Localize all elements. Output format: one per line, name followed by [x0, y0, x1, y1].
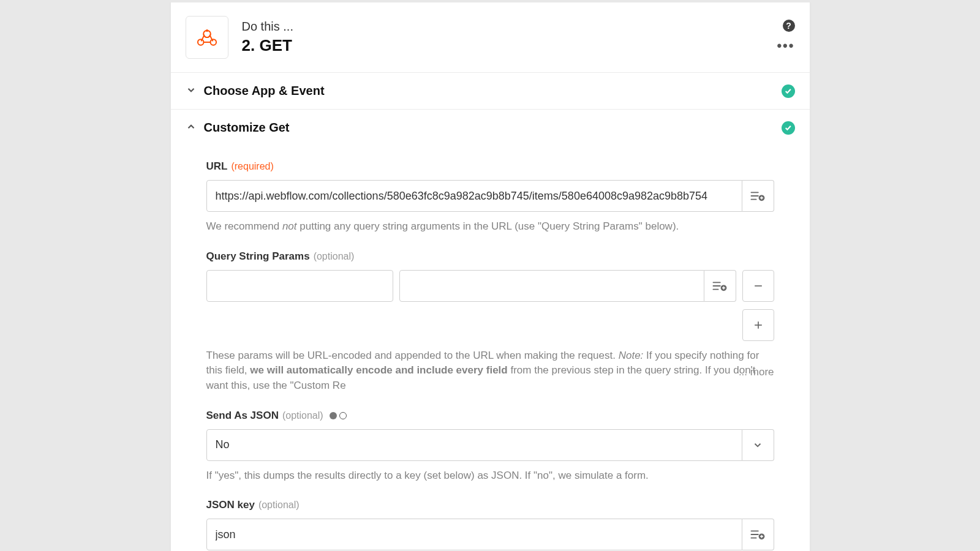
more-menu-icon[interactable]: ••• — [777, 43, 794, 49]
insert-data-button[interactable] — [742, 519, 774, 550]
dropdown-caret[interactable] — [742, 429, 774, 461]
svg-point-2 — [206, 29, 208, 32]
svg-point-0 — [197, 39, 203, 45]
qsp-key-input[interactable] — [206, 270, 393, 302]
svg-point-1 — [210, 39, 216, 45]
qsp-value-input[interactable] — [399, 270, 704, 302]
section-choose-app-event[interactable]: Choose App & Event — [171, 73, 810, 110]
app-icon — [186, 16, 228, 59]
step-titles: Do this ... 2. GET — [242, 20, 795, 55]
section-title: Customize Get — [204, 121, 782, 135]
insert-data-button[interactable] — [704, 270, 736, 302]
step-title: 2. GET — [242, 36, 795, 55]
status-complete-icon — [782, 121, 795, 135]
json-key-input[interactable] — [206, 519, 742, 550]
query-string-params-field: Query String Params (optional) — [206, 250, 774, 394]
url-field: URL (required) — [206, 160, 774, 234]
remove-row-button[interactable] — [742, 270, 774, 302]
send-json-helper: If "yes", this dumps the results directl… — [206, 468, 774, 484]
required-badge: (required) — [231, 161, 273, 172]
qsp-helper: These params will be URL-encoded and app… — [206, 348, 774, 394]
section-title: Choose App & Event — [204, 84, 782, 98]
url-input[interactable] — [206, 180, 742, 212]
qsp-label: Query String Params (optional) — [206, 250, 774, 263]
help-icon[interactable]: ? — [783, 20, 795, 32]
customize-body: URL (required) — [171, 146, 810, 551]
label-text: JSON key — [206, 499, 255, 511]
label-text: Query String Params — [206, 250, 310, 263]
label-text: Send As JSON — [206, 410, 279, 422]
qsp-row — [206, 270, 774, 302]
add-row-button[interactable] — [742, 309, 774, 341]
webhooks-icon — [195, 26, 219, 49]
optional-badge: (optional) — [314, 251, 355, 262]
boolean-indicator-icon — [330, 412, 347, 419]
json-key-field: JSON key (optional) — [206, 499, 774, 550]
send-json-label: Send As JSON (optional) — [206, 410, 774, 422]
url-helper: We recommend not putting any query strin… — [206, 219, 774, 234]
label-text: URL — [206, 160, 228, 173]
plus-icon — [752, 319, 764, 331]
insert-data-button[interactable] — [742, 180, 774, 212]
json-key-label: JSON key (optional) — [206, 499, 774, 511]
minus-icon — [752, 280, 764, 292]
send-json-select[interactable]: No — [206, 429, 742, 461]
insert-field-icon — [750, 528, 766, 541]
chevron-down-icon — [752, 440, 763, 451]
chevron-up-icon — [186, 121, 198, 135]
optional-badge: (optional) — [282, 410, 323, 421]
insert-field-icon — [750, 189, 766, 203]
step-header: Do this ... 2. GET ? ••• — [171, 2, 810, 73]
step-eyebrow: Do this ... — [242, 20, 795, 34]
url-label: URL (required) — [206, 160, 774, 173]
status-complete-icon — [782, 84, 795, 98]
chevron-down-icon — [186, 84, 198, 98]
insert-field-icon — [712, 279, 728, 293]
optional-badge: (optional) — [258, 500, 300, 511]
step-card: Do this ... 2. GET ? ••• Choose App & Ev… — [170, 2, 810, 551]
send-as-json-field: Send As JSON (optional) No If "yes", thi… — [206, 410, 774, 484]
section-customize-get[interactable]: Customize Get — [171, 110, 810, 146]
